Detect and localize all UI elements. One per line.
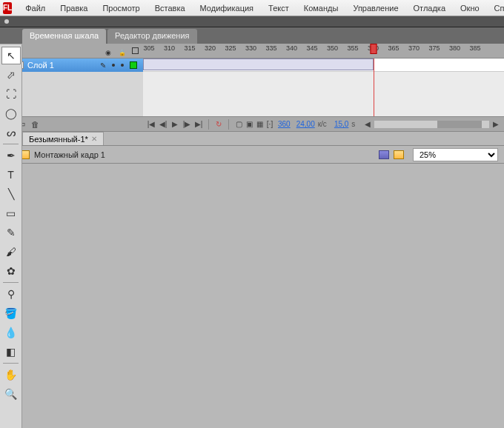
- ruler-tick-label: 385: [469, 44, 480, 52]
- hand-tool[interactable]: ✋: [1, 366, 21, 384]
- playhead[interactable]: [370, 44, 377, 54]
- onion-skin-outline-button[interactable]: ▣: [244, 119, 254, 130]
- menu-insert[interactable]: Вставка: [147, 4, 193, 13]
- bone-tool[interactable]: ⚲: [1, 285, 21, 303]
- line-tool[interactable]: ╲: [1, 185, 21, 203]
- ruler-tick-label: 365: [388, 44, 399, 52]
- pen-tool[interactable]: ✒: [1, 147, 21, 164]
- layer-color-swatch[interactable]: [130, 61, 137, 69]
- visibility-icon[interactable]: [105, 47, 113, 55]
- eyedropper-tool[interactable]: 💧: [1, 324, 21, 341]
- document-tab-label: Безымянный-1*: [29, 135, 88, 144]
- menu-control[interactable]: Управление: [345, 4, 405, 13]
- workspace-bar: [0, 16, 504, 27]
- scroll-left-button[interactable]: ◀: [362, 119, 373, 130]
- subselection-tool[interactable]: ⬀: [1, 66, 21, 84]
- paint-bucket-tool[interactable]: 🪣: [1, 304, 21, 322]
- timeline-panel-tabs: Временная шкала Редактор движения: [0, 27, 504, 44]
- document-tabs: Безымянный-1* ✕: [0, 131, 504, 146]
- marker-button[interactable]: [·]: [265, 119, 275, 130]
- scrollbar-thumb[interactable]: [437, 121, 482, 128]
- edit-symbol-icon[interactable]: [394, 150, 404, 159]
- frames-empty-area: [143, 72, 504, 116]
- deco-tool[interactable]: ✿: [1, 262, 21, 280]
- tab-timeline[interactable]: Временная шкала: [22, 29, 106, 44]
- timeline-footer: ▦ ▭ 🗑 |◀ ◀| ▶ |▶ ▶| ↻ ▢ ▣ ▦ [·] 360 24,0…: [0, 116, 504, 131]
- onion-skin-button[interactable]: ▢: [233, 119, 244, 130]
- ruler-tick-label: 330: [245, 44, 256, 52]
- ruler-tick-label: 335: [265, 44, 276, 52]
- timeline-scrollbar[interactable]: [374, 121, 489, 128]
- fps-unit: к/с: [318, 120, 327, 128]
- layer-name: Слой 1: [27, 61, 54, 70]
- menu-file[interactable]: Файл: [18, 4, 53, 13]
- 3d-rotation-tool[interactable]: ◯: [1, 104, 21, 122]
- play-button[interactable]: ▶: [170, 119, 180, 130]
- menu-debug[interactable]: Отладка: [406, 4, 453, 13]
- zoom-select[interactable]: 25%: [413, 148, 498, 161]
- ruler-tick-label: 370: [408, 44, 420, 52]
- layer-lock-dot[interactable]: [121, 64, 124, 67]
- layer-vis-dot[interactable]: [112, 64, 115, 67]
- fps-value[interactable]: 24,00: [296, 120, 315, 128]
- menu-help[interactable]: Справка: [487, 4, 504, 13]
- menu-text[interactable]: Текст: [261, 4, 296, 13]
- time-unit: s: [351, 120, 355, 128]
- free-transform-tool[interactable]: ⛶: [1, 85, 21, 103]
- pencil-icon: [100, 61, 106, 70]
- frames-area[interactable]: [143, 58, 504, 116]
- frame-ruler[interactable]: 3053103153203253303353403453503553603653…: [143, 44, 504, 58]
- ruler-tick-label: 350: [327, 44, 338, 52]
- zoom-tool[interactable]: 🔍: [1, 385, 21, 403]
- playhead-line: [374, 58, 374, 116]
- delete-layer-button[interactable]: 🗑: [30, 119, 40, 130]
- tool-separator: [3, 363, 19, 364]
- frame-span[interactable]: [143, 58, 374, 70]
- menu-view[interactable]: Просмотр: [95, 4, 147, 13]
- tool-separator: [3, 282, 19, 283]
- step-forward-button[interactable]: |▶: [182, 119, 192, 130]
- current-frame-value[interactable]: 360: [278, 120, 291, 128]
- lock-icon[interactable]: [119, 47, 126, 55]
- text-tool[interactable]: T: [1, 166, 21, 184]
- close-icon[interactable]: ✕: [91, 135, 97, 143]
- ruler-tick-label: 345: [306, 44, 317, 52]
- pencil-tool[interactable]: ✎: [1, 224, 21, 241]
- elapsed-time-value[interactable]: 15,0: [334, 120, 348, 128]
- edit-bar: ⇦ Монтажный кадр 1 25%: [0, 146, 504, 164]
- outline-icon[interactable]: [132, 47, 139, 54]
- separator: [228, 119, 229, 130]
- lasso-tool[interactable]: ᔕ: [1, 124, 21, 141]
- loop-button[interactable]: ↻: [213, 119, 224, 130]
- scroll-right-button[interactable]: ▶: [491, 119, 501, 130]
- menubar: FL Файл Правка Просмотр Вставка Модифика…: [0, 0, 504, 16]
- ruler-tick-label: 305: [143, 44, 154, 52]
- edit-scene-icon[interactable]: [379, 150, 389, 159]
- ruler-tick-label: 375: [428, 44, 440, 52]
- menu-modify[interactable]: Модификация: [193, 4, 262, 13]
- document-tab[interactable]: Безымянный-1* ✕: [22, 132, 104, 145]
- edit-multiple-button[interactable]: ▦: [254, 119, 265, 130]
- step-back-button[interactable]: ◀|: [158, 119, 168, 130]
- frames-row-1[interactable]: [143, 58, 504, 72]
- tab-motion-editor[interactable]: Редактор движения: [107, 29, 196, 44]
- toolbox: ↖ ⬀ ⛶ ◯ ᔕ ✒ T ╲ ▭ ✎ 🖌 ✿ ⚲ 🪣 💧 ◧ ✋ 🔍: [0, 44, 22, 428]
- separator: [208, 119, 209, 130]
- rectangle-tool[interactable]: ▭: [1, 204, 21, 222]
- selection-tool[interactable]: ↖: [1, 47, 21, 64]
- ruler-tick-label: 355: [347, 44, 358, 52]
- goto-first-button[interactable]: |◀: [146, 119, 156, 130]
- ruler-tick-label: 325: [225, 44, 236, 52]
- ruler-tick-label: 310: [164, 44, 175, 52]
- timeline-header: 3053103153203253303353403453503553603653…: [0, 44, 504, 58]
- menu-window[interactable]: Окно: [453, 4, 487, 13]
- tool-separator: [3, 144, 19, 144]
- grip-icon[interactable]: [4, 19, 9, 24]
- goto-last-button[interactable]: ▶|: [193, 119, 204, 130]
- menu-commands[interactable]: Команды: [296, 4, 346, 13]
- brush-tool[interactable]: 🖌: [1, 243, 21, 261]
- ruler-tick-label: 380: [449, 44, 460, 52]
- scene-name[interactable]: Монтажный кадр 1: [34, 150, 105, 159]
- menu-edit[interactable]: Правка: [53, 4, 95, 13]
- eraser-tool[interactable]: ◧: [1, 343, 21, 361]
